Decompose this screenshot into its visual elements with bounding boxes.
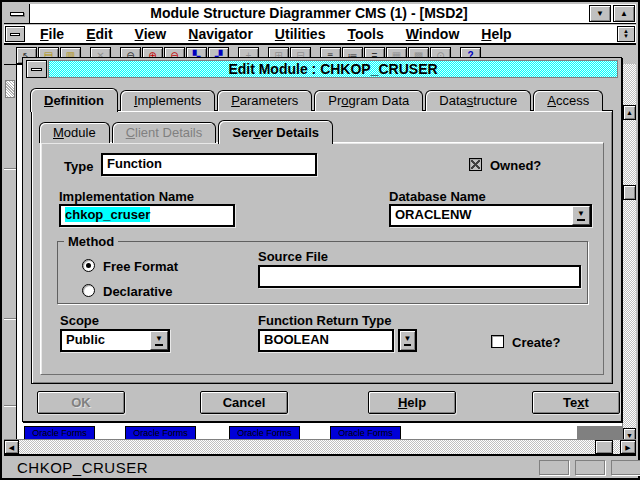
source-file-label: Source File	[258, 249, 328, 264]
minimize-icon: ▼	[596, 9, 604, 18]
menu-help[interactable]: Help	[470, 26, 522, 42]
scroll-up-button[interactable]: ▲	[623, 105, 636, 120]
help-button[interactable]: Help	[368, 391, 456, 414]
tab-parameters[interactable]: Parameters	[217, 90, 312, 111]
dialog-tabs: Definition Implements Parameters Program…	[30, 87, 605, 111]
text-button[interactable]: Text	[532, 391, 620, 414]
implementation-name-field[interactable]: chkop_cruser	[59, 204, 235, 227]
scroll-right-button[interactable]: ▶	[620, 440, 636, 454]
tab-definition[interactable]: Definition	[30, 88, 118, 112]
child-system-menu-button[interactable]	[5, 26, 25, 42]
tab-implements[interactable]: Implements	[120, 90, 215, 111]
function-return-type-field[interactable]: BOOLEAN	[258, 329, 394, 352]
menu-edit[interactable]: Edit	[75, 26, 123, 42]
diagram-node[interactable]: Oracle Forms	[24, 426, 95, 440]
source-file-field[interactable]	[258, 265, 581, 288]
menu-view[interactable]: View	[124, 26, 178, 42]
dialog-titlebar[interactable]: Edit Module : CHKOP_CRUSER	[26, 60, 618, 78]
maximize-button[interactable]: ▲	[613, 5, 635, 22]
child-system-menu-icon	[10, 33, 20, 36]
menu-file[interactable]: File	[29, 26, 75, 42]
diagram-node[interactable]: Oracle Forms	[125, 426, 196, 440]
server-details-panel: Type Function Owned? Implementation Name…	[40, 142, 604, 375]
dialog-system-menu-icon	[31, 68, 42, 71]
maximize-icon: ▲	[620, 9, 628, 18]
status-text: CHKOP_CRUSER	[17, 459, 148, 476]
dropdown-arrow-icon: ▼	[155, 335, 163, 346]
child-restore-button[interactable]: ▲ ▼	[617, 26, 635, 42]
database-name-combo[interactable]: ORACLENW ▼	[389, 204, 592, 227]
menu-window[interactable]: Window	[395, 26, 471, 42]
status-bar: CHKOP_CRUSER	[4, 454, 636, 476]
tool-palette	[4, 64, 17, 443]
scope-dropdown-button[interactable]: ▼	[150, 331, 168, 350]
dialog-system-menu-button[interactable]	[26, 60, 47, 78]
system-menu-icon	[10, 12, 24, 16]
definition-subtabs: Module Client Details Server Details	[39, 120, 335, 143]
selected-text: chkop_cruser	[65, 207, 150, 222]
scroll-left-icon: ◀	[9, 444, 14, 451]
tab-program-data[interactable]: Program Data	[314, 90, 423, 111]
status-panel	[611, 460, 640, 475]
status-panel	[575, 460, 605, 475]
create-checkbox[interactable]	[491, 335, 504, 348]
dropdown-arrow-icon: ▼	[577, 210, 585, 221]
status-panel	[539, 460, 569, 475]
return-type-dropdown-button[interactable]: ▼	[398, 329, 417, 352]
window-titlebar[interactable]: Module Structure Diagrammer CMS (1) - [M…	[4, 4, 636, 24]
scroll-up-icon: ▲	[626, 109, 633, 116]
tab-datastructure[interactable]: Datastructure	[425, 90, 531, 111]
scroll-down-icon: ▼	[626, 432, 633, 439]
diagram-node[interactable]: Oracle Forms	[330, 426, 401, 440]
menu-tools[interactable]: Tools	[336, 26, 394, 42]
free-format-radio[interactable]	[82, 259, 95, 272]
window-title: Module Structure Diagrammer CMS (1) - [M…	[30, 4, 588, 23]
horizontal-scroll-thumb[interactable]	[595, 440, 613, 454]
free-format-label: Free Format	[103, 259, 178, 274]
ok-button: OK	[37, 391, 125, 414]
caption-buttons: ▼ ▲	[588, 4, 636, 23]
scroll-left-button[interactable]: ◀	[4, 440, 19, 454]
create-label: Create?	[512, 335, 560, 350]
type-field[interactable]: Function	[101, 153, 317, 176]
vertical-scrollbar: ▲ ▼	[622, 64, 636, 443]
database-name-value: ORACLENW	[395, 207, 472, 222]
type-label: Type	[64, 159, 93, 174]
dialog-title: Edit Module : CHKOP_CRUSER	[48, 60, 618, 78]
owned-label: Owned?	[490, 158, 541, 173]
vertical-scroll-thumb[interactable]	[623, 185, 636, 200]
application-window: Module Structure Diagrammer CMS (1) - [M…	[0, 0, 640, 480]
declarative-label: Declarative	[103, 284, 172, 299]
diagram-node-shadow	[577, 426, 623, 440]
database-dropdown-button[interactable]: ▼	[572, 206, 590, 225]
palette-tool-button[interactable]	[5, 80, 15, 98]
method-label: Method	[64, 234, 118, 249]
menu-navigator[interactable]: Navigator	[177, 26, 264, 42]
scope-combo[interactable]: Public ▼	[60, 329, 170, 352]
restore-down-icon: ▼	[623, 34, 629, 39]
function-return-type-label: Function Return Type	[258, 313, 391, 328]
minimize-button[interactable]: ▼	[589, 5, 611, 22]
menu-utilities[interactable]: Utilities	[264, 26, 337, 42]
diagram-node[interactable]: Oracle Forms	[229, 426, 300, 440]
subtab-client-details: Client Details	[112, 122, 217, 143]
database-name-label: Database Name	[389, 189, 486, 204]
subtab-server-details[interactable]: Server Details	[218, 120, 333, 144]
implementation-name-label: Implementation Name	[59, 189, 194, 204]
horizontal-scrollbar: ◀ ▶	[4, 439, 636, 454]
menu-bar: File Edit View Navigator Utilities Tools…	[4, 25, 636, 45]
scope-value: Public	[66, 332, 105, 347]
system-menu-button[interactable]	[4, 4, 30, 23]
method-groupbox: Method Free Format Declarative Source Fi…	[57, 241, 588, 304]
scope-label: Scope	[60, 313, 99, 328]
scroll-right-icon: ▶	[625, 444, 630, 451]
edit-module-dialog: Edit Module : CHKOP_CRUSER Definition Im…	[22, 57, 622, 422]
tab-access[interactable]: Access	[533, 90, 603, 111]
subtab-module[interactable]: Module	[39, 122, 110, 143]
dropdown-arrow-icon: ▼	[404, 335, 412, 346]
declarative-radio[interactable]	[82, 284, 95, 297]
cancel-button[interactable]: Cancel	[200, 391, 288, 414]
owned-checkbox	[469, 158, 482, 171]
definition-tab-panel: Module Client Details Server Details Typ…	[31, 110, 613, 384]
